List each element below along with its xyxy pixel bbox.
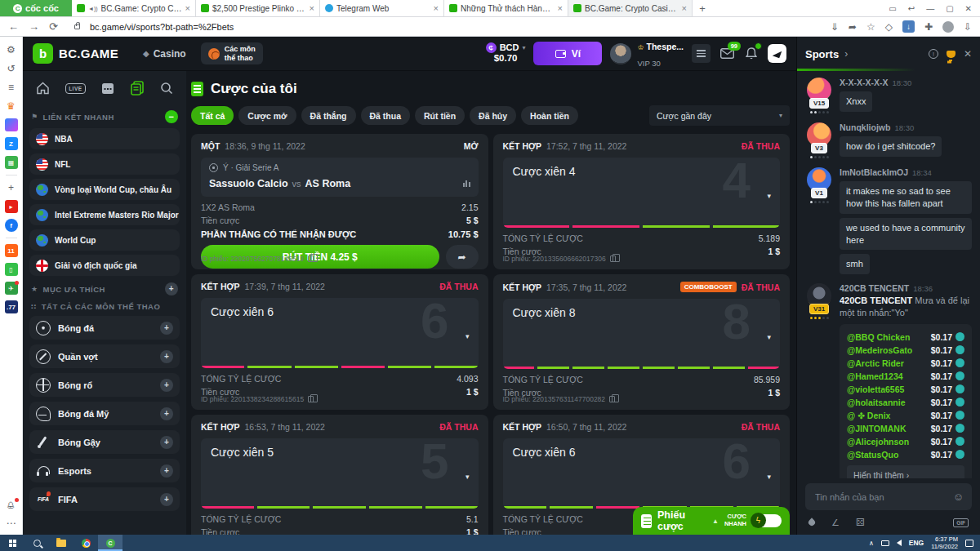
hot-crown-icon[interactable]: ♛ bbox=[5, 100, 18, 113]
browser-tab[interactable]: ◄))BC.Game: Crypto Casino× bbox=[72, 0, 196, 16]
chevron-down-icon[interactable]: ▾ bbox=[767, 333, 771, 341]
betslip-bar[interactable]: Phiếu cược ▲ CƯỢCNHANH bbox=[633, 507, 790, 535]
expand-sport-button[interactable]: + bbox=[160, 379, 173, 392]
chevron-down-icon[interactable]: ▾ bbox=[767, 192, 771, 200]
back-session-icon[interactable]: ↩ bbox=[908, 4, 915, 13]
sidebar-sport-item[interactable]: Quần vợt+ bbox=[29, 344, 180, 368]
downloads-tray-icon[interactable]: ⇩ bbox=[964, 21, 972, 33]
expand-sport-button[interactable]: + bbox=[160, 350, 173, 363]
tip-recipient[interactable]: @violetta6565 bbox=[847, 384, 904, 394]
filter-pill[interactable]: Đã hủy bbox=[470, 106, 516, 125]
start-button[interactable] bbox=[0, 535, 24, 551]
battery-app-icon[interactable]: ▯ bbox=[5, 263, 18, 276]
network-icon[interactable] bbox=[881, 540, 889, 546]
history-icon[interactable]: ↺ bbox=[5, 62, 18, 75]
copy-icon[interactable] bbox=[308, 396, 314, 402]
chat-input-box[interactable]: ☺ bbox=[805, 483, 972, 510]
clock[interactable]: 6:37 PM11/9/2022 bbox=[931, 535, 958, 551]
sidebar-sport-item[interactable]: Bóng Gậy+ bbox=[29, 430, 180, 454]
chat-rules-icon[interactable]: ! bbox=[929, 49, 938, 59]
combo-panel[interactable]: Cược xiên 55▾ bbox=[201, 438, 479, 509]
menu-button[interactable] bbox=[692, 44, 710, 63]
chevron-down-icon[interactable]: ▾ bbox=[466, 473, 470, 481]
expand-sport-button[interactable]: + bbox=[160, 464, 173, 478]
notifications-button[interactable] bbox=[743, 46, 760, 62]
share-icon[interactable]: ➦ bbox=[849, 21, 857, 33]
chat-input[interactable] bbox=[813, 491, 953, 503]
sidebar-quick-link[interactable]: NFL bbox=[29, 153, 180, 175]
tip-recipient[interactable]: @StatusQuo bbox=[847, 450, 898, 460]
currency-selector[interactable]: ₵ BCD ▾ $0.70 bbox=[486, 42, 526, 64]
expand-sport-button[interactable]: + bbox=[160, 322, 173, 335]
my-bets-icon[interactable] bbox=[130, 81, 145, 96]
bcgame-logo[interactable]: b BC.GAME bbox=[33, 43, 118, 64]
emoji-icon[interactable]: ☺ bbox=[953, 491, 964, 503]
stats-icon[interactable] bbox=[463, 180, 470, 187]
expand-sport-button[interactable]: + bbox=[160, 493, 173, 506]
browser-tab[interactable]: BC.Game: Crypto Casino Gam× bbox=[568, 0, 693, 16]
wallet-button[interactable]: Ví bbox=[533, 42, 602, 65]
chat-username[interactable]: ImNotBlackImOJ18:34 bbox=[840, 167, 972, 177]
reader-icon[interactable]: ▭ bbox=[889, 4, 896, 13]
filter-pill[interactable]: Hoàn tiền bbox=[521, 106, 578, 125]
back-button[interactable]: ← bbox=[8, 20, 19, 33]
minimize-button[interactable]: — bbox=[926, 4, 934, 13]
browser-tab[interactable]: $2,500 Prestige Plinko Challe× bbox=[196, 0, 320, 16]
file-explorer-icon[interactable] bbox=[49, 535, 74, 551]
match-panel[interactable]: Ý · Giải Serie ASassuolo CalciovsAS Roma bbox=[201, 158, 479, 197]
rain-icon[interactable] bbox=[807, 518, 816, 527]
chat-toggle-button[interactable] bbox=[768, 44, 786, 63]
collapse-quick-links-button[interactable]: − bbox=[165, 110, 178, 123]
volume-icon[interactable] bbox=[897, 540, 902, 546]
expand-sport-button[interactable]: + bbox=[160, 407, 173, 420]
calendar-icon[interactable] bbox=[101, 82, 114, 95]
settings-gear-icon[interactable]: ⚙ bbox=[5, 43, 18, 56]
home-icon[interactable] bbox=[36, 82, 50, 95]
chrome-icon[interactable] bbox=[74, 535, 98, 551]
mail-button[interactable]: 99 bbox=[719, 46, 735, 62]
copy-icon[interactable] bbox=[609, 396, 615, 402]
tab-close-icon[interactable]: × bbox=[682, 3, 687, 13]
sidebar-quick-link[interactable]: Intel Extreme Masters Rio Major 2022 bbox=[29, 204, 180, 225]
tip-recipient[interactable]: @JINTOMANK bbox=[847, 424, 906, 433]
language-indicator[interactable]: ENG bbox=[909, 539, 924, 547]
quick-bet-toggle[interactable] bbox=[752, 514, 782, 527]
filter-pill[interactable]: Rút tiền bbox=[415, 106, 465, 125]
maximize-button[interactable]: ▢ bbox=[946, 4, 953, 13]
sidebar-sport-item[interactable]: Bóng đá+ bbox=[29, 316, 180, 340]
youtube-icon[interactable]: ▸ bbox=[5, 200, 18, 213]
chat-username[interactable]: 420CB TENCENT18:36 bbox=[840, 283, 972, 293]
filter-pill[interactable]: Đã thắng bbox=[301, 106, 356, 125]
add-favorite-button[interactable]: + bbox=[165, 282, 178, 295]
chat-username[interactable]: X-X-X-X-X-X18:30 bbox=[840, 78, 972, 87]
adblock-shield-icon[interactable]: ◇ bbox=[885, 21, 893, 33]
browser-tab[interactable]: Những Thử thách Hàng ngà× bbox=[444, 0, 568, 16]
copy-icon[interactable] bbox=[308, 256, 314, 262]
tip-recipient[interactable]: @MedeirosGato bbox=[847, 345, 912, 355]
filter-pill[interactable]: Đã thua bbox=[361, 106, 411, 125]
user-block[interactable]: ♔ Thespe... VIP 30 bbox=[610, 38, 684, 70]
games-icon[interactable]: ▦ bbox=[5, 156, 18, 169]
tab-close-icon[interactable]: × bbox=[185, 3, 190, 13]
tip-recipient[interactable]: @holaitsannie bbox=[847, 398, 906, 407]
share-bet-button[interactable]: ➦ bbox=[446, 245, 479, 269]
dice-icon[interactable]: ⚄ bbox=[856, 517, 864, 528]
newsfeed-icon[interactable]: ≡ bbox=[5, 81, 18, 94]
zalo-icon[interactable]: Z bbox=[5, 137, 18, 150]
forward-button[interactable]: → bbox=[29, 20, 39, 33]
chevron-down-icon[interactable]: ▾ bbox=[767, 473, 771, 481]
filter-pill[interactable]: Cược mở bbox=[238, 106, 296, 125]
chat-room-title[interactable]: Sports bbox=[805, 48, 839, 60]
add-shortcut-icon[interactable]: + bbox=[5, 181, 18, 194]
coccoc-taskbar-icon[interactable]: C bbox=[98, 535, 122, 551]
messenger-icon[interactable] bbox=[5, 118, 18, 131]
notifications-bell-icon[interactable]: 🕭 bbox=[5, 499, 18, 512]
bookmark-star-icon[interactable]: ☆ bbox=[866, 21, 875, 33]
new-tab-button[interactable]: + bbox=[693, 0, 712, 16]
address-bar[interactable]: bc.game/vi/sports?bt-path=%2Fbets bbox=[90, 22, 234, 32]
reload-button[interactable]: ⟳ bbox=[49, 20, 58, 33]
tip-recipient[interactable]: @ ✤ Denix bbox=[847, 411, 890, 420]
sidebar-quick-link[interactable]: Vòng loại World Cup, châu Âu bbox=[29, 179, 180, 200]
tab-close-icon[interactable]: × bbox=[558, 3, 563, 13]
sidebar-sport-item[interactable]: Esports+ bbox=[29, 459, 180, 482]
